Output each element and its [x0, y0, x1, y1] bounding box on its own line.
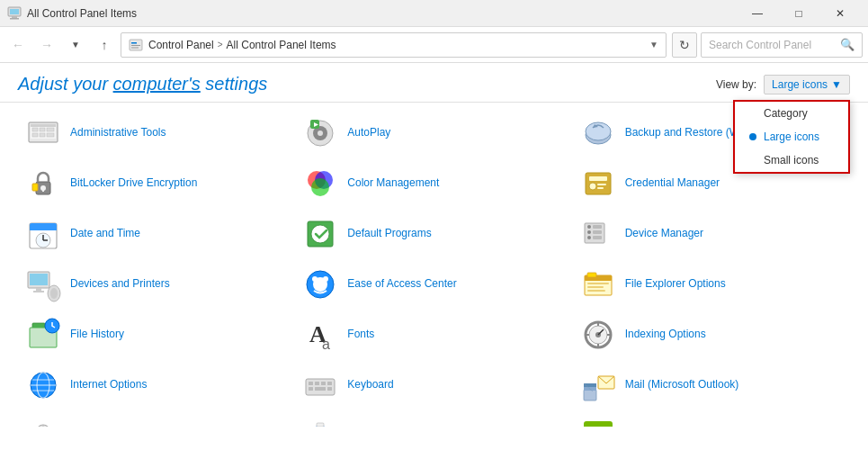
dropdown-large-icons[interactable]: Large icons: [735, 125, 848, 148]
item-label: Fonts: [347, 328, 374, 342]
list-item[interactable]: Administrative Tools: [18, 110, 295, 157]
list-item[interactable]: BitLocker Drive Encryption: [18, 160, 295, 207]
svg-point-59: [312, 276, 318, 282]
item-icon-nvidia: NVIDIA: [580, 418, 616, 427]
svg-rect-66: [587, 290, 605, 292]
item-label: Date and Time: [70, 227, 140, 241]
item-label: File Explorer Options: [625, 277, 726, 292]
large-icons-dot: [749, 133, 756, 140]
dropdown-small-icons-label: Small icons: [764, 154, 819, 166]
list-item[interactable]: Mail (Microsoft Outlook): [573, 362, 850, 409]
list-item[interactable]: Mouse: [18, 412, 295, 427]
svg-rect-1: [10, 9, 19, 14]
svg-rect-54: [33, 291, 44, 292]
svg-rect-6: [131, 45, 140, 46]
titlebar: All Control Panel Items — □ ✕: [0, 0, 868, 27]
viewby-chevron-icon: ▼: [831, 78, 842, 91]
list-item[interactable]: File History: [18, 311, 295, 358]
list-item[interactable]: AutoPlay: [295, 110, 572, 157]
svg-rect-49: [593, 230, 602, 234]
list-item[interactable]: Ease of Access Center: [295, 261, 572, 308]
list-item[interactable]: Color Management: [295, 160, 572, 207]
search-placeholder: Search Control Panel: [709, 39, 840, 51]
maximize-button[interactable]: □: [778, 0, 819, 27]
item-label: Device Manager: [625, 227, 703, 241]
svg-rect-109: [584, 421, 613, 427]
svg-rect-48: [593, 225, 602, 229]
item-icon-ease: [302, 266, 338, 302]
svg-point-30: [311, 178, 329, 196]
viewby-button[interactable]: Large icons ▼: [764, 75, 850, 94]
svg-rect-26: [42, 188, 44, 192]
svg-rect-87: [315, 382, 319, 385]
viewby-dropdown: Category Large icons Small icons: [733, 100, 850, 174]
svg-rect-12: [40, 128, 45, 131]
svg-text:a: a: [322, 337, 330, 352]
refresh-button[interactable]: ↻: [672, 32, 697, 58]
list-item[interactable]: File Explorer Options: [573, 261, 850, 308]
item-icon-credential: [580, 166, 616, 202]
back-button[interactable]: ←: [5, 32, 31, 58]
svg-point-60: [323, 276, 328, 282]
dropdown-large-icons-label: Large icons: [764, 130, 819, 143]
item-label: Color Management: [347, 176, 439, 191]
list-item[interactable]: Internet Options: [18, 362, 295, 409]
item-icon-fonts: Aa: [302, 317, 338, 353]
list-item[interactable]: Devices and Printers: [18, 261, 295, 308]
svg-rect-50: [593, 236, 602, 239]
up-button[interactable]: ↑: [92, 32, 117, 58]
dropdown-category-label: Category: [764, 107, 808, 120]
svg-rect-5: [131, 42, 137, 44]
search-box[interactable]: Search Control Panel 🔍: [701, 32, 863, 58]
dropdown-recent-button[interactable]: ▼: [63, 32, 88, 58]
item-label: Administrative Tools: [70, 126, 166, 140]
list-item[interactable]: Date and Time: [18, 211, 295, 257]
svg-rect-27: [32, 184, 38, 191]
svg-rect-11: [32, 128, 38, 131]
list-item[interactable]: NVIDIA NVIDIA Control Panel: [573, 412, 850, 427]
close-button[interactable]: ✕: [819, 0, 861, 27]
list-item[interactable]: Keyboard: [295, 362, 572, 409]
dropdown-category[interactable]: Category: [735, 102, 848, 125]
item-label: Indexing Options: [625, 328, 706, 342]
svg-rect-53: [36, 288, 41, 291]
list-item[interactable]: Device Manager: [573, 211, 850, 257]
svg-rect-2: [12, 16, 17, 18]
address-dropdown-arrow[interactable]: ▼: [649, 40, 658, 50]
svg-rect-86: [309, 382, 313, 385]
item-icon-autoplay: [302, 115, 338, 151]
small-icons-dot: [749, 157, 756, 164]
item-icon-mouse: [25, 418, 61, 427]
item-label: Default Programs: [347, 227, 431, 241]
breadcrumb-controlpanel[interactable]: Control Panel: [148, 39, 214, 51]
titlebar-icon: [7, 6, 22, 21]
item-icon-explorer: [580, 266, 616, 302]
svg-point-33: [589, 183, 596, 190]
item-label: Credential Manager: [625, 176, 720, 191]
svg-rect-92: [327, 387, 332, 391]
viewby-container: View by: Large icons ▼ Category Large ic…: [716, 75, 850, 94]
svg-point-45: [587, 225, 591, 229]
breadcrumb-allitems[interactable]: All Control Panel Items: [227, 39, 336, 51]
list-item[interactable]: Default Programs: [295, 211, 572, 257]
minimize-button[interactable]: —: [737, 0, 778, 27]
item-icon-keyboard: [302, 367, 338, 403]
list-item[interactable]: Indexing Options: [573, 311, 850, 358]
svg-rect-89: [327, 382, 332, 385]
item-label: Internet Options: [70, 378, 147, 392]
list-item[interactable]: Aa Fonts: [295, 311, 572, 358]
address-box[interactable]: Control Panel > All Control Panel Items …: [121, 32, 667, 58]
item-label: Ease of Access Center: [347, 277, 456, 292]
item-icon-backup: [580, 115, 616, 151]
svg-rect-13: [47, 128, 54, 131]
dropdown-small-icons[interactable]: Small icons: [735, 148, 848, 172]
forward-button[interactable]: →: [34, 32, 59, 58]
svg-rect-63: [587, 273, 596, 277]
svg-rect-34: [597, 184, 606, 185]
svg-rect-38: [30, 229, 57, 230]
title-link[interactable]: computer's: [113, 74, 201, 94]
item-label: BitLocker Drive Encryption: [70, 176, 197, 191]
titlebar-title: All Control Panel Items: [27, 7, 737, 20]
category-dot: [749, 110, 756, 117]
list-item[interactable]: Network and Sharing Center: [295, 412, 572, 427]
